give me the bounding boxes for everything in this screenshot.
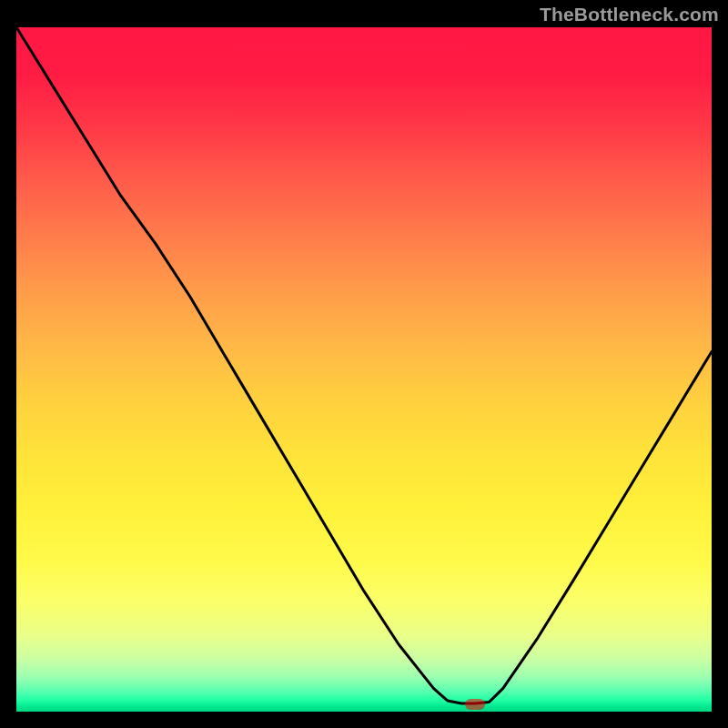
chart-curve (16, 27, 712, 703)
chart-svg (16, 27, 712, 712)
watermark-text: TheBottleneck.com (540, 4, 719, 25)
chart-plot-area (16, 27, 712, 712)
chart-frame: TheBottleneck.com (0, 0, 728, 728)
